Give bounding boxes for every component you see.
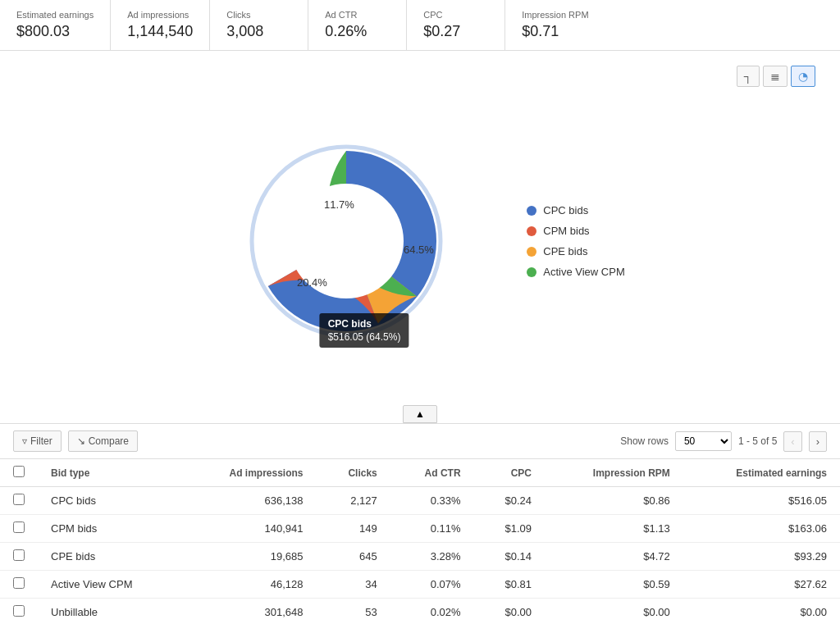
header-clicks: Clicks [317, 459, 390, 487]
legend-dot [527, 206, 536, 216]
table-row: CPM bids 140,941 149 0.11% $1.09 $1.13 $… [0, 515, 840, 543]
row-cpc: $0.00 [474, 599, 545, 625]
row-ad-impressions: 46,128 [182, 571, 316, 599]
collapse-button[interactable]: ▲ [403, 405, 437, 423]
row-ad-ctr: 0.02% [390, 599, 474, 625]
row-checkbox[interactable] [13, 577, 25, 589]
stat-item: Ad CTR0.26% [308, 0, 407, 50]
legend-item: CPE bids [527, 245, 624, 257]
row-est-earnings: $0.00 [683, 599, 840, 625]
row-bid-type: Active View CPM [38, 571, 182, 599]
filter-label: Filter [30, 435, 52, 447]
table-view-button[interactable]: ≣ [763, 66, 788, 87]
row-ad-ctr: 3.28% [390, 543, 474, 571]
filter-icon: ▿ [22, 435, 27, 447]
row-bid-type: Unbillable [38, 599, 182, 625]
filter-button[interactable]: ▿ Filter [13, 430, 62, 452]
stat-item: Clicks3,008 [210, 0, 308, 50]
compare-label: Compare [89, 435, 129, 447]
next-page-button[interactable]: › [809, 431, 827, 452]
table-row: Unbillable 301,648 53 0.02% $0.00 $0.00 … [0, 599, 840, 625]
stat-value: 0.26% [325, 23, 390, 40]
donut-chart: 64.5% 20.4% 11.7% CPC bids $516.05 (64.5… [215, 110, 477, 372]
line-chart-button[interactable]: ┐ [737, 66, 760, 87]
row-clicks: 645 [317, 543, 390, 571]
row-checkbox-cell[interactable] [0, 543, 38, 571]
row-checkbox-cell[interactable] [0, 599, 38, 625]
header-ad-impressions: Ad impressions [182, 459, 316, 487]
row-est-earnings: $93.29 [683, 543, 840, 571]
row-checkbox-cell[interactable] [0, 571, 38, 599]
row-ad-impressions: 301,648 [182, 599, 316, 625]
show-rows-label: Show rows [620, 435, 669, 447]
legend-dot [527, 226, 536, 236]
svg-text:64.5%: 64.5% [404, 244, 434, 256]
legend-label: Active View CPM [543, 266, 624, 278]
stat-value: $0.27 [423, 23, 488, 40]
row-est-earnings: $516.05 [683, 487, 840, 515]
row-clicks: 53 [317, 599, 390, 625]
table-row: CPE bids 19,685 645 3.28% $0.14 $4.72 $9… [0, 543, 840, 571]
stat-item: CPC$0.27 [407, 0, 505, 50]
prev-page-button[interactable]: ‹ [783, 431, 801, 452]
compare-button[interactable]: ↘ Compare [68, 430, 138, 452]
row-ad-ctr: 0.33% [390, 487, 474, 515]
stat-value: 1,144,540 [127, 23, 193, 40]
row-bid-type: CPM bids [38, 515, 182, 543]
chart-container: 64.5% 20.4% 11.7% CPC bids $516.05 (64.5… [16, 93, 824, 405]
row-imp-rpm: $0.59 [545, 571, 683, 599]
stat-value: $0.71 [522, 23, 824, 40]
row-checkbox[interactable] [13, 605, 25, 617]
row-checkbox[interactable] [13, 549, 25, 561]
row-checkbox-cell[interactable] [0, 515, 38, 543]
header-bid-type: Bid type [38, 459, 182, 487]
toolbar-right: Show rows 50 100 200 1 - 5 of 5 ‹ › [620, 431, 827, 452]
row-bid-type: CPC bids [38, 487, 182, 515]
row-ad-ctr: 0.11% [390, 515, 474, 543]
collapse-row: ▲ [0, 405, 840, 423]
row-clicks: 34 [317, 571, 390, 599]
select-all-checkbox[interactable] [13, 466, 25, 477]
row-cpc: $0.81 [474, 571, 545, 599]
chart-toolbar: ┐ ≣ ◔ [16, 59, 824, 93]
stat-item: Ad impressions1,144,540 [111, 0, 210, 50]
legend-item: Active View CPM [527, 266, 624, 278]
row-cpc: $1.09 [474, 515, 545, 543]
row-est-earnings: $27.62 [683, 571, 840, 599]
stat-label: Ad CTR [325, 10, 390, 20]
row-cpc: $0.24 [474, 487, 545, 515]
stat-label: Impression RPM [522, 10, 824, 20]
row-bid-type: CPE bids [38, 543, 182, 571]
legend-label: CPC bids [543, 204, 588, 216]
svg-text:11.7%: 11.7% [324, 198, 354, 211]
row-clicks: 149 [317, 515, 390, 543]
row-ad-impressions: 19,685 [182, 543, 316, 571]
table-header: Bid type Ad impressions Clicks Ad CTR CP… [0, 459, 840, 487]
header-ad-ctr: Ad CTR [390, 459, 474, 487]
row-checkbox-cell[interactable] [0, 487, 38, 515]
legend-dot [527, 267, 536, 277]
data-table: Bid type Ad impressions Clicks Ad CTR CP… [0, 459, 840, 624]
row-checkbox[interactable] [13, 522, 25, 533]
table-toolbar: ▿ Filter ↘ Compare Show rows 50 100 200 … [0, 424, 840, 459]
stats-bar: Estimated earnings$800.03Ad impressions1… [0, 0, 840, 51]
rows-select[interactable]: 50 100 200 [675, 431, 732, 451]
header-impression-rpm: Impression RPM [545, 459, 683, 487]
pie-chart-button[interactable]: ◔ [791, 66, 815, 87]
row-imp-rpm: $4.72 [545, 543, 683, 571]
stat-label: CPC [423, 10, 488, 20]
legend-item: CPC bids [527, 204, 624, 216]
row-checkbox[interactable] [13, 494, 25, 505]
svg-text:20.4%: 20.4% [297, 276, 327, 289]
legend-label: CPM bids [543, 225, 589, 237]
row-clicks: 2,127 [317, 487, 390, 515]
stat-label: Estimated earnings [16, 10, 94, 20]
pagination-info: 1 - 5 of 5 [738, 435, 777, 447]
header-estimated-earnings: Estimated earnings [683, 459, 840, 487]
row-ad-impressions: 140,941 [182, 515, 316, 543]
compare-icon: ↘ [77, 435, 85, 447]
legend-item: CPM bids [527, 225, 624, 237]
legend-label: CPE bids [543, 245, 587, 257]
header-checkbox [0, 459, 38, 487]
row-ad-ctr: 0.07% [390, 571, 474, 599]
